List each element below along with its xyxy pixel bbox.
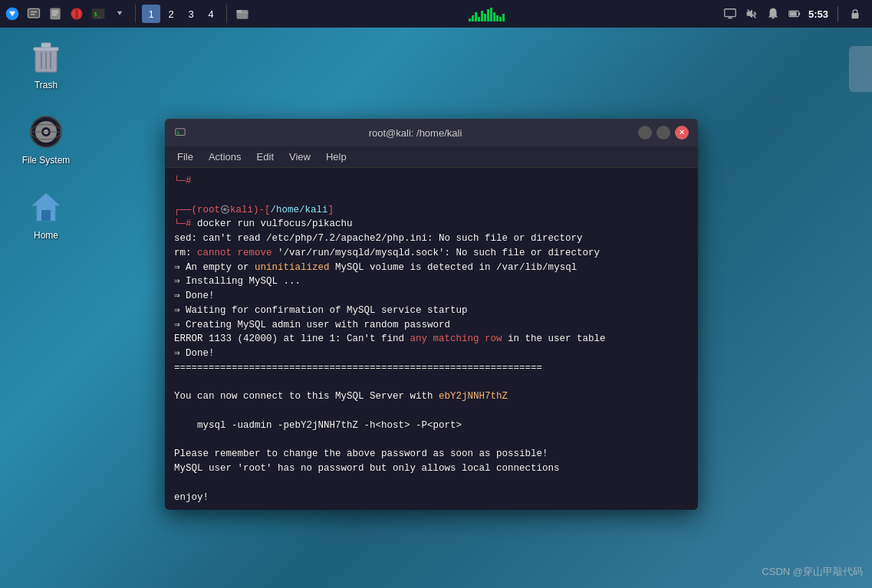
terminal-line-connect: You can now connect to this MySQL Server… (174, 389, 689, 404)
terminal-divider1: ========================================… (174, 361, 689, 376)
terminal-title-icon: $ (174, 126, 186, 139)
terminal-line-1: └─# (174, 174, 689, 189)
terminal-maximize-btn[interactable] (656, 126, 670, 140)
taskbar-middle (252, 6, 722, 21)
terminal-line-remember: Please remember to change the above pass… (174, 447, 689, 462)
terminal-line-creating: ⇒ Creating MySQL admin user with random … (174, 318, 689, 333)
terminal-line-done1: ⇒ Done! (174, 289, 689, 304)
home-icon-img (28, 189, 64, 225)
svg-rect-15 (725, 9, 735, 17)
home-label: Home (34, 230, 58, 241)
workspace-2-btn[interactable]: 2 (162, 5, 180, 23)
svg-marker-12 (117, 11, 123, 15)
svg-rect-4 (50, 8, 60, 20)
taskbar-time: 5:53 (808, 8, 828, 20)
menu-actions[interactable]: Actions (202, 149, 248, 164)
svg-rect-22 (772, 18, 775, 19)
svg-rect-3 (31, 14, 35, 15)
menu-view[interactable]: View (283, 149, 317, 164)
terminal-body[interactable]: └─# ┌──(root㉿kali)-[/home/kali] └─# dock… (165, 168, 698, 510)
desktop-icons: Trash File System Home (15, 38, 77, 241)
filesystem-icon-img (28, 113, 64, 150)
svg-rect-24 (790, 11, 797, 15)
svg-rect-29 (41, 43, 51, 48)
terminal-line-done2: ⇒ Done! (174, 347, 689, 361)
taskbar-sep2 (226, 5, 227, 23)
taskbar-app2-icon[interactable] (46, 5, 64, 23)
taskbar-terminal-icon[interactable]: $_ (89, 5, 107, 23)
terminal-line-error: ERROR 1133 (42000) at line 1: Can't find… (174, 332, 689, 347)
workspace-1-btn[interactable]: 1 (142, 5, 160, 23)
filesystem-icon-desktop[interactable]: File System (15, 113, 77, 166)
bell-icon[interactable] (765, 6, 781, 21)
taskbar-files-icon[interactable] (233, 5, 252, 23)
kali-menu-icon[interactable] (3, 5, 21, 23)
display-icon[interactable] (722, 6, 738, 21)
terminal-window: $ root@kali: /home/kali ✕ File Actions E… (165, 119, 698, 510)
svg-rect-16 (728, 18, 732, 19)
svg-rect-39 (41, 210, 51, 221)
svg-text:$_: $_ (94, 11, 101, 18)
svg-text:$: $ (177, 130, 179, 135)
terminal-line-sed: sed: can't read /etc/php/7.2/apache2/php… (174, 232, 689, 246)
taskbar-left: $_ 1 2 3 4 (3, 5, 252, 23)
taskbar-divider (837, 6, 838, 21)
terminal-line-mysql-cmd: mysql -uadmin -pebY2jNNH7thZ -h<host> -P… (174, 419, 689, 433)
home-icon-desktop[interactable]: Home (15, 189, 77, 241)
taskbar-sep1 (135, 5, 136, 23)
battery-icon[interactable] (787, 6, 802, 21)
terminal-menubar: File Actions Edit View Help (165, 146, 698, 168)
csdn-watermark-text: CSDN @穿山甲敲代码 (762, 566, 863, 577)
system-monitor-mini (469, 6, 505, 21)
terminal-close-btn[interactable]: ✕ (675, 126, 689, 140)
workspace-buttons: 1 2 3 4 (142, 5, 220, 23)
terminal-minimize-btn[interactable] (638, 126, 652, 140)
workspace-4-btn[interactable]: 4 (202, 5, 220, 23)
svg-rect-2 (31, 11, 37, 13)
terminal-titlebar: $ root@kali: /home/kali ✕ (165, 119, 698, 146)
taskbar-app1-icon[interactable] (25, 5, 43, 23)
terminal-line-emptyvolume: ⇒ An empty or uninitialized MySQL volume… (174, 261, 689, 275)
terminal-line-waiting: ⇒ Waiting for confirmation of MySQL serv… (174, 304, 689, 318)
csdn-watermark: CSDN @穿山甲敲代码 (762, 565, 863, 579)
taskbar: $_ 1 2 3 4 (0, 0, 872, 28)
terminal-line-root: MySQL user 'root' has no password but on… (174, 462, 689, 476)
terminal-title-text: root@kali: /home/kali (192, 127, 638, 139)
lock-icon[interactable] (847, 6, 863, 21)
svg-rect-1 (28, 8, 40, 18)
terminal-line-enjoy: enjoy! (174, 491, 689, 505)
filesystem-label: File System (22, 155, 71, 166)
terminal-line-cmd: └─# docker run vulfocus/pikachu (174, 217, 689, 232)
menu-file[interactable]: File (171, 149, 199, 164)
trash-label: Trash (35, 80, 58, 90)
workspace-3-btn[interactable]: 3 (182, 5, 200, 23)
svg-rect-25 (798, 12, 800, 15)
menu-help[interactable]: Help (320, 149, 353, 164)
volume-icon[interactable] (744, 6, 759, 21)
taskbar-dropdown-icon[interactable] (110, 5, 129, 23)
trash-icon-desktop[interactable]: Trash (15, 38, 77, 90)
right-partial-element (849, 46, 872, 92)
taskbar-app3-icon[interactable] (67, 5, 86, 23)
terminal-line-rm: rm: cannot remove '/var/run/mysqld/mysql… (174, 246, 689, 261)
svg-rect-28 (34, 48, 58, 51)
svg-rect-7 (52, 15, 57, 15)
svg-rect-6 (52, 12, 58, 13)
trash-icon-img (28, 38, 64, 75)
svg-rect-5 (52, 11, 58, 11)
terminal-line-installing: ⇒ Installing MySQL ... (174, 274, 689, 289)
svg-rect-14 (237, 10, 242, 12)
menu-edit[interactable]: Edit (251, 149, 280, 164)
terminal-controls: ✕ (638, 126, 689, 140)
taskbar-right: 5:53 (722, 6, 869, 21)
svg-rect-26 (852, 13, 859, 18)
terminal-line-prompt-full: ┌──(root㉿kali)-[/home/kali] (174, 203, 689, 218)
